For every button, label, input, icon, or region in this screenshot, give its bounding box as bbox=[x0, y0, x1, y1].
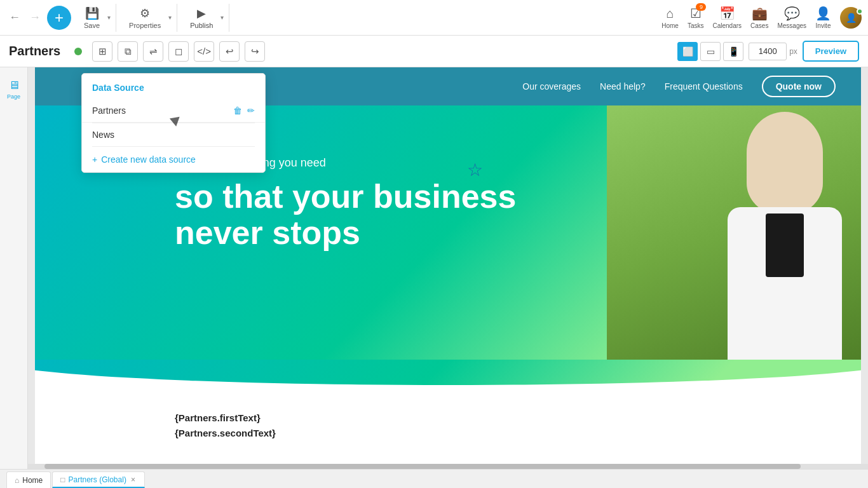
hero-title: so that your business never stops bbox=[175, 179, 516, 251]
create-new-icon: + bbox=[92, 154, 97, 165]
desktop-view-button[interactable]: ⬜ bbox=[677, 42, 698, 61]
layers-button[interactable]: ⧉ bbox=[118, 41, 138, 62]
nav-faq[interactable]: Frequent Questions bbox=[665, 81, 743, 92]
cases-label: Cases bbox=[750, 22, 768, 29]
horizontal-scrollbar[interactable] bbox=[28, 464, 868, 469]
publish-icon: ▶ bbox=[197, 6, 206, 20]
second-toolbar: Partners ⊞ ⧉ ⇌ ◻ </> ↩ ↪ ⬜ ▭ 📱 px Previe… bbox=[0, 36, 868, 67]
tablet-view-button[interactable]: ▭ bbox=[700, 42, 721, 61]
mouse-cursor bbox=[170, 117, 181, 128]
tab-close-button[interactable]: × bbox=[130, 475, 137, 484]
tasks-label: Tasks bbox=[688, 22, 704, 29]
tab-bar: ⌂ Home □ Partners (Global) × bbox=[0, 470, 145, 488]
online-indicator bbox=[857, 8, 863, 15]
save-label: Save bbox=[84, 22, 100, 29]
create-new-label: Create new data source bbox=[101, 154, 196, 165]
tab-partners[interactable]: □ Partners (Global) × bbox=[52, 471, 145, 488]
publish-label: Publish bbox=[190, 22, 213, 29]
width-input-group: px bbox=[749, 43, 797, 60]
hero-title-line1: so that your business bbox=[175, 179, 516, 215]
back-button[interactable]: ← bbox=[6, 8, 23, 27]
redo-button[interactable]: ↪ bbox=[245, 41, 265, 62]
messages-icon: 💬 bbox=[784, 6, 800, 21]
dropdown-header: Data Source bbox=[82, 74, 265, 99]
connections-button[interactable]: ⇌ bbox=[143, 41, 163, 62]
forward-button[interactable]: → bbox=[27, 8, 43, 27]
preview-button[interactable]: Preview bbox=[803, 41, 859, 62]
site-nav: Our coverages Need help? Frequent Questi… bbox=[522, 76, 836, 97]
bottom-bar: ⌂ Home □ Partners (Global) × bbox=[0, 469, 868, 488]
person-tie bbox=[766, 214, 804, 277]
hero-star: ☆ bbox=[467, 159, 483, 180]
invite-label: Invite bbox=[816, 22, 831, 29]
toolbar-right: ⌂ Home ☑ Tasks 9 📅 Calendars 💼 Cases 💬 M… bbox=[661, 6, 862, 29]
publish-button[interactable]: ▶ Publish bbox=[185, 4, 218, 32]
hero-person-area bbox=[607, 105, 861, 360]
partner-second-text: {Partners.secondText} bbox=[175, 426, 721, 441]
edit-partners-button[interactable]: ✏ bbox=[247, 105, 255, 116]
hero-title-line2: never stops bbox=[175, 215, 516, 251]
invite-icon: 👤 bbox=[815, 6, 831, 21]
toolbar-left: ← → + 💾 Save ▾ ⚙ Properties ▾ ▶ Publish … bbox=[6, 4, 659, 32]
px-unit-label: px bbox=[789, 47, 797, 56]
page-title: Partners bbox=[9, 44, 60, 58]
properties-button[interactable]: ⚙ Properties bbox=[124, 4, 166, 32]
save-group: 💾 Save ▾ bbox=[75, 4, 116, 32]
dropdown-item-name-partners: Partners bbox=[92, 105, 126, 116]
publish-group: ▶ Publish ▾ bbox=[181, 4, 229, 32]
add-button[interactable]: + bbox=[47, 6, 71, 30]
properties-icon: ⚙ bbox=[140, 6, 150, 20]
cases-icon: 💼 bbox=[752, 6, 768, 21]
mobile-view-button[interactable]: 📱 bbox=[723, 42, 743, 61]
quote-button[interactable]: Quote now bbox=[762, 76, 836, 97]
avatar-wrapper: 👤 bbox=[840, 7, 862, 29]
tab-home[interactable]: ⌂ Home bbox=[6, 471, 51, 488]
messages-label: Messages bbox=[777, 22, 806, 29]
nav-coverages[interactable]: Our coverages bbox=[522, 81, 581, 92]
tasks-nav[interactable]: ☑ Tasks 9 bbox=[688, 6, 704, 29]
publish-chevron[interactable]: ▾ bbox=[219, 14, 225, 21]
page-status-dot bbox=[74, 48, 82, 55]
properties-chevron[interactable]: ▾ bbox=[167, 14, 173, 21]
home-nav[interactable]: ⌂ Home bbox=[661, 6, 679, 29]
page-symbol: 🖥 bbox=[8, 79, 20, 92]
dropdown-item-actions-partners: 🗑 ✏ bbox=[233, 105, 255, 116]
partner-first-text: {Partners.firstText} bbox=[175, 410, 721, 426]
person-head bbox=[747, 112, 823, 214]
undo-button[interactable]: ↩ bbox=[219, 41, 240, 62]
code-button[interactable]: </> bbox=[194, 41, 214, 62]
page-label: Page bbox=[7, 93, 20, 100]
nav-help[interactable]: Need help? bbox=[600, 81, 646, 92]
page-icon[interactable]: 🖥 Page bbox=[4, 74, 23, 105]
delete-partners-button[interactable]: 🗑 bbox=[233, 105, 242, 116]
calendars-nav[interactable]: 📅 Calendars bbox=[712, 6, 742, 29]
width-input[interactable] bbox=[749, 43, 787, 60]
tab-partners-label: Partners (Global) bbox=[69, 475, 126, 484]
save-button[interactable]: 💾 Save bbox=[79, 4, 105, 32]
scrollbar-thumb[interactable] bbox=[44, 464, 801, 469]
calendars-label: Calendars bbox=[712, 22, 742, 29]
home-icon: ⌂ bbox=[667, 6, 674, 21]
tasks-badge: 9 bbox=[696, 3, 706, 11]
tab-home-label: Home bbox=[22, 476, 43, 485]
properties-group: ⚙ Properties ▾ bbox=[120, 4, 177, 32]
calendars-icon: 📅 bbox=[719, 6, 735, 21]
cases-nav[interactable]: 💼 Cases bbox=[750, 6, 768, 29]
select-button[interactable]: ◻ bbox=[168, 41, 189, 62]
save-icon: 💾 bbox=[85, 6, 99, 20]
person-body bbox=[728, 207, 842, 360]
view-toggle-group: ⬜ ▭ 📱 bbox=[677, 42, 743, 61]
create-new-datasource[interactable]: + Create new data source bbox=[82, 147, 265, 172]
invite-nav[interactable]: 👤 Invite bbox=[815, 6, 831, 29]
partner-section: {Partners.firstText} {Partners.secondTex… bbox=[35, 391, 861, 460]
tab-home-icon: ⌂ bbox=[15, 476, 19, 485]
home-label: Home bbox=[661, 22, 679, 29]
tab-partners-icon: □ bbox=[60, 475, 65, 484]
messages-nav[interactable]: 💬 Messages bbox=[777, 6, 806, 29]
save-chevron[interactable]: ▾ bbox=[106, 14, 112, 21]
wave-divider bbox=[35, 360, 861, 391]
grid-view-button[interactable]: ⊞ bbox=[92, 41, 112, 62]
top-toolbar: ← → + 💾 Save ▾ ⚙ Properties ▾ ▶ Publish … bbox=[0, 0, 868, 36]
hero-bg-shape bbox=[607, 105, 861, 360]
properties-label: Properties bbox=[129, 22, 161, 29]
